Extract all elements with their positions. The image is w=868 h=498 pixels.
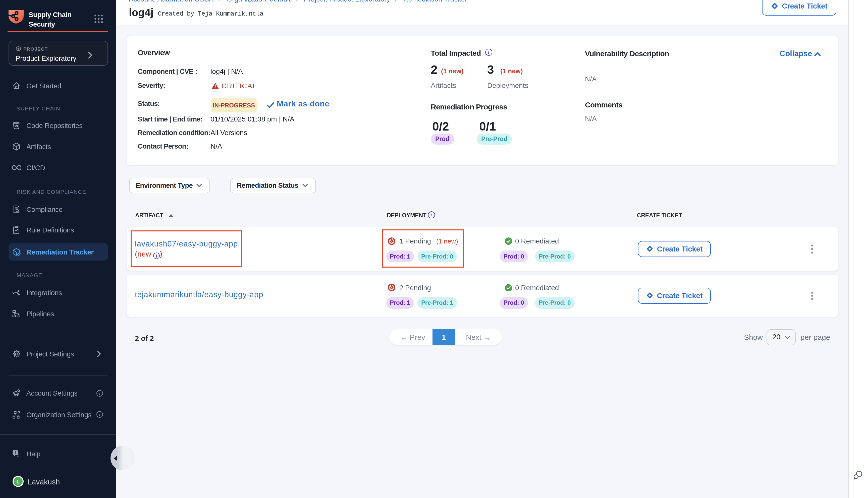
svg-text:?: ? — [15, 450, 16, 454]
